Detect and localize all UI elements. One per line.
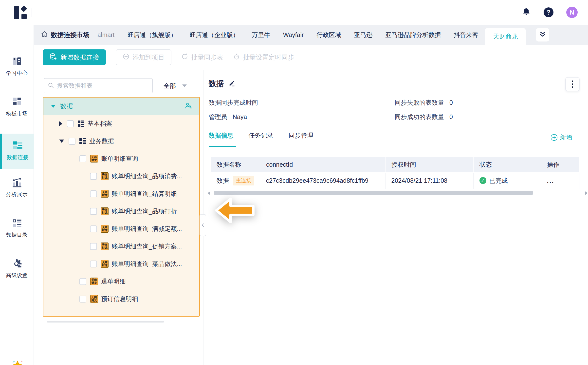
tab-xingzhengquyu[interactable]: 行政区域 [310,25,348,45]
tree-node-business-data[interactable]: 业务数据 [43,132,199,150]
source-tab-bar: 数据连接市场 almart 旺店通（旗舰版） 旺店通（企业版） 万里牛 Wayf… [34,25,588,45]
table-row: 数据主连接 c27c3cdb29ee473ca9c694ad8fc1ffb9 2… [211,172,580,189]
header-actions: ? N [522,0,578,25]
field-label: 管理员 [209,113,227,121]
batch-sync-tables-button[interactable]: 批量同步表 [181,53,223,62]
tree-horizontal-scrollbar[interactable] [47,321,164,323]
kebab-dot [572,86,573,88]
new-data-connection-button[interactable]: 新增数据连接 [43,49,106,65]
sidebar-item-data-connection[interactable]: 数据连接 [0,134,34,169]
tree-node-label: 预订信息明细 [101,295,138,303]
tab-wangdiantong-qiye[interactable]: 旺店通（企业版） [183,25,245,45]
sidebar-item-promo-rewards[interactable]: 推广奖励 [0,358,34,365]
avatar[interactable]: N [566,7,578,18]
kebab-dot [572,81,573,82]
tree-checkbox[interactable] [90,225,97,232]
tree-checkbox[interactable] [67,120,74,127]
tree-checkbox[interactable] [90,208,97,215]
col-header-auth-time: 授权时间 [385,157,473,172]
add-to-project-button[interactable]: 添加到项目 [116,49,171,65]
add-connection-link[interactable]: 新增 [551,133,572,142]
data-tree-panel: 数据 基本档案 [43,97,200,317]
row-more-actions-button[interactable]: ... [547,177,554,184]
page-title: 数据 [209,79,224,89]
logo-shape [21,14,27,19]
tab-wanliniu[interactable]: 万里牛 [245,25,276,45]
tree-checkbox[interactable] [69,138,75,145]
tab-wangdiantong-qijian[interactable]: 旺店通（旗舰版） [121,25,183,45]
tiancai-logo-icon: 天商财龙 [101,243,109,250]
sidebar: 学习中心 模板市场 数据连接 分析展示 数据目录 [0,25,34,365]
tiancai-logo-icon: 天商财龙 [90,278,98,285]
help-icon[interactable]: ? [544,7,553,17]
tab-task-records[interactable]: 任务记录 [249,131,273,140]
detail-title-row: 数据 [209,79,235,89]
search-input[interactable] [56,82,149,89]
scroll-right-icon[interactable] [585,191,588,195]
more-options-button[interactable] [565,77,580,91]
tree-checkbox[interactable] [90,261,97,267]
tree-leaf[interactable]: 天商财龙 账单明细查询_菜品做法... [43,255,199,273]
tree-checkbox[interactable] [79,278,86,285]
tab-douyinlaike[interactable]: 抖音来客 [447,25,485,45]
notification-bell-icon[interactable] [522,7,531,17]
tree-checkbox[interactable] [79,296,86,303]
tab-wayfair[interactable]: Wayfair [276,25,310,45]
col-header-status: 状态 [473,157,541,172]
dataset-group-icon [78,120,84,127]
tree-leaf[interactable]: 天商财龙 账单明细查询_满减定额... [43,220,199,238]
chevron-left-icon [201,223,205,228]
logo-text: 天商 [102,173,108,176]
field-label: 同步失败的表数量 [395,99,444,107]
sidebar-item-template-market[interactable]: 模板市场 [0,94,34,117]
tree-checkbox[interactable] [79,155,86,162]
field-value: Naya [233,113,247,121]
tree-root-row[interactable]: 数据 [43,98,199,115]
tree-checkbox[interactable] [90,243,97,250]
logo-text: 天商 [92,156,97,159]
app-logo-icon[interactable] [14,6,27,19]
tree-leaf[interactable]: 天商财龙 账单明细查询_促销方案... [43,238,199,255]
tab-data-info[interactable]: 数据信息 [209,131,233,140]
sidebar-item-advanced-settings[interactable]: 高级设置 [0,256,34,279]
logo-shape [20,5,27,12]
filter-select[interactable]: 全部 [164,82,187,90]
tree-leaf[interactable]: 天商财龙 退单明细 [43,273,199,290]
learning-center-icon [12,56,22,67]
batch-schedule-sync-button[interactable]: 批量设置定时同步 [233,53,294,62]
tab-amazon[interactable]: 亚马逊 [348,25,379,45]
tab-walmart[interactable]: almart [91,25,121,45]
scrollbar-thumb[interactable] [214,191,533,195]
tree-leaf[interactable]: 天商财龙 账单明细查询_品项打折... [43,203,199,220]
sidebar-item-analysis-display[interactable]: 分析展示 [0,175,34,198]
tree-checkbox[interactable] [90,190,97,197]
tiancai-logo-icon: 天商财龙 [101,260,109,268]
tab-amazon-brand-analytics[interactable]: 亚马逊品牌分析数据 [379,25,447,45]
edit-pencil-icon[interactable] [228,80,235,88]
button-label: 新增数据连接 [60,53,99,62]
tree-leaf[interactable]: 天商财龙 账单明细查询_结算明细 [43,185,199,203]
tab-data-connection-market[interactable]: 数据连接市场 [41,30,90,40]
chevron-double-down-icon [539,30,547,39]
tab-tiancaishanglong[interactable]: 天财商龙 [485,28,526,45]
caret-down-icon[interactable] [59,140,64,143]
tab-label: 旺店通（旗舰版） [127,31,177,39]
sidebar-item-data-catalog[interactable]: 数据目录 [0,216,34,238]
chevron-down-icon [182,84,187,87]
tree-leaf[interactable]: 天商财龙 账单明细查询_品项消费... [43,167,199,185]
caret-right-icon[interactable] [59,121,62,126]
logo-text: 天商 [92,279,97,281]
status-text: 已完成 [489,177,508,185]
scroll-left-icon[interactable] [208,191,210,195]
authorize-person-key-icon[interactable] [185,102,192,110]
tab-sync-management[interactable]: 同步管理 [289,131,313,140]
tree-leaf[interactable]: 天商财龙 预订信息明细 [43,290,199,308]
sidebar-item-learning-center[interactable]: 学习中心 [0,54,34,77]
tree-checkbox[interactable] [90,173,97,180]
tree-node-label: 账单明细查询_品项打折... [112,207,182,215]
expand-tabs-button[interactable] [536,28,549,41]
collapse-panel-handle[interactable] [200,214,206,236]
tree-node-basic-archive[interactable]: 基本档案 [43,115,199,132]
col-header-name: 数据名称 [211,157,260,172]
tree-leaf[interactable]: 天商财龙 账单明细查询 [43,150,199,167]
